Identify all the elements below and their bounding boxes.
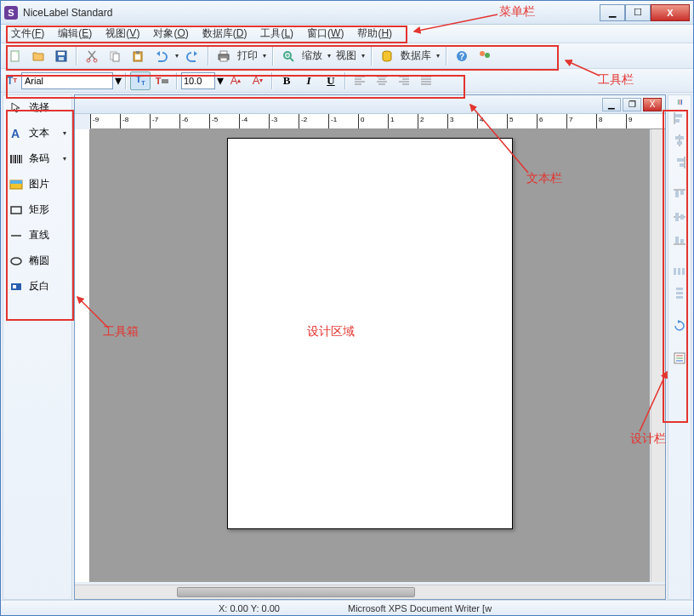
menu-w[interactable]: 窗口(W): [302, 25, 349, 43]
rotate-button[interactable]: [670, 317, 689, 335]
maximize-button[interactable]: ☐: [625, 4, 651, 21]
database-button[interactable]: [376, 46, 398, 66]
help-button[interactable]: ?: [451, 46, 473, 66]
align-center-button[interactable]: [372, 71, 392, 90]
doc-minimize-button[interactable]: ▁: [602, 98, 621, 111]
toolbox-icon: [9, 177, 24, 192]
svg-rect-62: [677, 141, 682, 145]
menu-f[interactable]: 文件(F): [6, 25, 49, 43]
menu-e[interactable]: 编辑(E): [53, 25, 97, 43]
close-button[interactable]: X: [651, 4, 690, 21]
toolbox-inverse[interactable]: 反白: [3, 274, 71, 299]
doc-close-button[interactable]: X: [643, 98, 662, 111]
svg-marker-13: [194, 51, 197, 56]
doc-restore-button[interactable]: ❐: [623, 98, 641, 111]
toolbox-select[interactable]: 选择: [3, 95, 71, 121]
distribute-v-button[interactable]: [670, 284, 689, 303]
grip-icon: [671, 99, 688, 106]
database-dropdown[interactable]: ▾: [434, 52, 442, 60]
menubar: 文件(F)编辑(E)视图(V)对象(O)数据库(D)工具(L)窗口(W)帮助(H…: [1, 25, 693, 43]
toolbox-ellipse[interactable]: 椭圆: [3, 248, 71, 274]
bold-button[interactable]: B: [276, 71, 297, 90]
svg-rect-68: [680, 191, 684, 195]
print-label[interactable]: 打印: [236, 48, 259, 63]
menu-l[interactable]: 工具(L): [255, 25, 299, 43]
view-label[interactable]: 视图: [334, 48, 358, 63]
svg-rect-56: [13, 285, 16, 288]
canvas-area[interactable]: [90, 129, 650, 582]
cut-button[interactable]: [81, 46, 103, 66]
align-left-button[interactable]: [350, 71, 370, 90]
svg-rect-8: [113, 54, 119, 61]
align-left-edges-button[interactable]: [670, 109, 689, 128]
database-label[interactable]: 数据库: [399, 48, 433, 63]
scrollbar-horizontal[interactable]: [75, 585, 665, 599]
toolbox-icon: [9, 100, 24, 116]
new-button[interactable]: [4, 46, 26, 66]
align-justify-button[interactable]: [416, 71, 436, 90]
chevron-down-icon: ▾: [63, 155, 66, 163]
svg-rect-4: [59, 57, 64, 60]
toolbox-text[interactable]: A文本▾: [3, 121, 71, 146]
toolbox-barcode[interactable]: 条码▾: [3, 146, 71, 172]
menu-v[interactable]: 视图(V): [100, 25, 145, 43]
underline-button[interactable]: U: [321, 71, 341, 90]
svg-rect-16: [220, 58, 227, 61]
toolbox-rect[interactable]: 矩形: [3, 197, 71, 223]
font-dropdown[interactable]: ▾: [115, 72, 122, 88]
svg-rect-52: [11, 207, 21, 214]
copy-button[interactable]: [104, 46, 126, 66]
menu-o[interactable]: 对象(O): [148, 25, 193, 43]
properties-button[interactable]: [670, 349, 689, 368]
print-button[interactable]: [213, 46, 235, 66]
scrollbar-thumb[interactable]: [177, 587, 415, 597]
font-size-input[interactable]: [181, 72, 215, 89]
label-canvas[interactable]: [227, 138, 513, 529]
truetype-button[interactable]: TT: [130, 71, 151, 90]
toolbox-picture[interactable]: 图片: [3, 172, 71, 197]
align-center-h-button[interactable]: [670, 131, 689, 150]
font-select[interactable]: [21, 72, 113, 89]
align-middle-button[interactable]: [670, 208, 689, 226]
italic-button[interactable]: I: [299, 71, 319, 90]
align-right-edges-button[interactable]: [670, 153, 689, 172]
mdi-area: ▁ ❐ X -9-8-7-6-5-4-3-2-10123456789: [74, 94, 666, 600]
svg-rect-71: [680, 214, 684, 220]
zoom-dropdown[interactable]: ▾: [325, 52, 333, 60]
status-printer: Microsoft XPS Document Writer [w: [348, 603, 492, 613]
align-top-button[interactable]: [670, 185, 689, 204]
open-button[interactable]: [27, 46, 49, 66]
paste-button[interactable]: [127, 46, 149, 66]
redo-button[interactable]: [182, 46, 204, 66]
app-title: NiceLabel Standard: [23, 7, 600, 19]
undo-dropdown[interactable]: ▾: [173, 52, 181, 60]
print-dropdown[interactable]: ▾: [260, 52, 269, 60]
menu-d[interactable]: 数据库(D): [197, 25, 253, 43]
toolbox-line[interactable]: 直线: [3, 223, 71, 248]
svg-rect-3: [58, 52, 65, 55]
svg-rect-44: [10, 155, 12, 163]
svg-marker-81: [678, 320, 681, 323]
undo-button[interactable]: [150, 46, 172, 66]
zoom-label[interactable]: 缩放: [300, 48, 324, 63]
ruler-horizontal: -9-8-7-6-5-4-3-2-10123456789: [90, 114, 665, 129]
document-window: ▁ ❐ X -9-8-7-6-5-4-3-2-10123456789: [74, 94, 666, 600]
view-dropdown[interactable]: ▾: [359, 52, 367, 60]
font-increase-button[interactable]: A▴: [225, 71, 246, 90]
align-right-button[interactable]: [394, 71, 414, 90]
minimize-button[interactable]: ▁: [600, 4, 625, 21]
save-button[interactable]: [50, 46, 72, 66]
menu-h[interactable]: 帮助(H): [352, 25, 397, 43]
distribute-h-button[interactable]: [670, 262, 689, 281]
ruler-vertical: [75, 129, 90, 582]
size-dropdown[interactable]: ▾: [217, 72, 224, 88]
zoom-button[interactable]: [277, 46, 299, 66]
titlebar: S NiceLabel Standard ▁ ☐ X: [1, 1, 693, 25]
users-button[interactable]: [474, 46, 496, 66]
svg-rect-79: [676, 292, 683, 294]
svg-rect-73: [675, 237, 679, 243]
printer-font-button[interactable]: T: [152, 71, 173, 90]
scrollbar-vertical[interactable]: [651, 129, 665, 582]
align-bottom-button[interactable]: [670, 230, 689, 248]
font-decrease-button[interactable]: A▾: [247, 71, 268, 90]
